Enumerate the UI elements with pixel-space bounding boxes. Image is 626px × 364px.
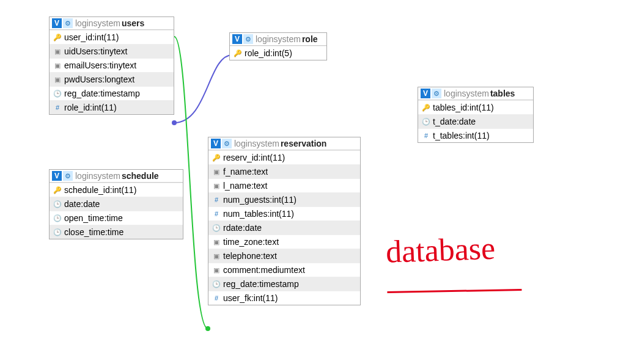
column-name: rdate xyxy=(223,223,243,233)
column-row[interactable]: ▣pwdUsers : longtext xyxy=(50,72,174,86)
gear-icon[interactable]: ⚙ xyxy=(243,34,253,44)
gear-icon[interactable]: ⚙ xyxy=(432,89,441,98)
table-users[interactable]: V⚙loginsystem users🔑user_id : int(11)▣ui… xyxy=(49,16,174,115)
column-name: num_guests xyxy=(223,195,270,205)
column-row[interactable]: #num_guests : int(11) xyxy=(208,192,360,206)
text-icon: ▣ xyxy=(212,238,221,246)
handwritten-annotation: database xyxy=(385,231,521,300)
column-type: tinytext xyxy=(100,46,127,56)
key-icon: 🔑 xyxy=(53,34,62,42)
clock-icon: 🕒 xyxy=(422,118,430,126)
text-icon: ▣ xyxy=(53,76,62,84)
column-name: pwdUsers xyxy=(64,75,102,84)
column-type: time xyxy=(106,213,122,223)
db-name: loginsystem xyxy=(75,18,120,28)
gear-icon[interactable]: ⚙ xyxy=(63,171,73,181)
column-name: user_id xyxy=(64,32,92,42)
column-row[interactable]: ▣l_name : text xyxy=(208,178,360,192)
table-reservation[interactable]: V⚙loginsystem reservation🔑reserv_id : in… xyxy=(208,137,361,305)
table-schedule[interactable]: V⚙loginsystem schedule🔑schedule_id : int… xyxy=(49,169,183,239)
column-row[interactable]: 🕒reg_date : timestamp xyxy=(50,86,174,100)
clock-icon: 🕒 xyxy=(212,224,221,232)
column-name: telephone xyxy=(223,251,261,261)
column-row[interactable]: 🕒close_time : time xyxy=(50,225,183,239)
table-name: role xyxy=(302,34,318,44)
column-row[interactable]: ▣comment : mediumtext xyxy=(208,263,360,277)
v-icon: V xyxy=(232,34,242,44)
column-row[interactable]: ▣uidUsers : tinytext xyxy=(50,44,174,58)
clock-icon: 🕒 xyxy=(53,200,62,208)
table-header[interactable]: V⚙loginsystem reservation xyxy=(208,137,360,150)
column-row[interactable]: 🕒rdate : date xyxy=(208,220,360,235)
annotation-text: database xyxy=(385,231,496,269)
column-row[interactable]: 🕒t_date : date xyxy=(418,114,533,128)
column-type: int(11) xyxy=(260,153,285,162)
column-type: date xyxy=(459,117,476,126)
db-name: loginsystem xyxy=(75,171,120,181)
hash-icon: # xyxy=(212,210,221,217)
key-icon: 🔑 xyxy=(53,186,62,194)
svg-point-1 xyxy=(205,326,210,331)
column-row[interactable]: ▣telephone : text xyxy=(208,249,360,263)
column-name: l_name xyxy=(223,181,251,191)
gear-icon[interactable]: ⚙ xyxy=(63,18,73,28)
table-name: users xyxy=(122,18,144,28)
column-row[interactable]: ▣f_name : text xyxy=(208,164,360,178)
table-header[interactable]: V⚙loginsystem schedule xyxy=(50,170,183,183)
column-row[interactable]: #role_id : int(11) xyxy=(50,100,174,114)
v-icon: V xyxy=(52,18,62,28)
column-name: close_time xyxy=(64,227,105,237)
column-type: date xyxy=(245,223,262,233)
column-name: open_time xyxy=(64,213,104,223)
column-row[interactable]: #t_tables : int(11) xyxy=(418,128,533,142)
annotation-underline xyxy=(387,289,521,293)
column-type: text xyxy=(263,251,277,261)
column-type: text xyxy=(254,167,268,177)
column-row[interactable]: 🔑tables_id : int(11) xyxy=(418,100,533,114)
column-row[interactable]: #user_fk : int(11) xyxy=(208,291,360,305)
column-name: user_fk xyxy=(223,293,251,303)
column-type: int(11) xyxy=(92,103,117,112)
column-row[interactable]: 🔑role_id : int(5) xyxy=(230,46,326,60)
table-header[interactable]: V⚙loginsystem role xyxy=(230,33,326,46)
column-type: time xyxy=(108,227,123,237)
svg-point-0 xyxy=(172,120,177,125)
column-row[interactable]: 🕒date : date xyxy=(50,197,183,211)
column-name: num_tables xyxy=(223,209,267,219)
column-type: int(11) xyxy=(272,195,296,205)
clock-icon: 🕒 xyxy=(53,214,62,222)
column-name: t_tables xyxy=(433,131,463,140)
column-row[interactable]: 🔑user_id : int(11) xyxy=(50,30,174,44)
column-name: uidUsers xyxy=(64,46,98,56)
column-row[interactable]: #num_tables : int(11) xyxy=(208,206,360,220)
hash-icon: # xyxy=(212,294,221,302)
table-header[interactable]: V⚙loginsystem tables xyxy=(418,87,533,100)
column-name: reg_date xyxy=(64,89,98,98)
table-header[interactable]: V⚙loginsystem users xyxy=(50,17,174,30)
column-row[interactable]: 🕒open_time : time xyxy=(50,211,183,225)
column-type: int(11) xyxy=(95,32,119,42)
table-tables[interactable]: V⚙loginsystem tables🔑tables_id : int(11)… xyxy=(418,87,534,143)
db-name: loginsystem xyxy=(444,89,489,98)
v-icon: V xyxy=(211,139,221,148)
column-name: role_id xyxy=(245,48,270,58)
table-role[interactable]: V⚙loginsystem role🔑role_id : int(5) xyxy=(229,32,327,60)
column-type: text xyxy=(254,181,268,191)
column-type: longtext xyxy=(105,75,134,84)
table-name: tables xyxy=(490,89,515,98)
column-row[interactable]: 🔑reserv_id : int(11) xyxy=(208,150,360,164)
column-type: text xyxy=(265,237,279,247)
column-row[interactable]: 🔑schedule_id : int(11) xyxy=(50,183,183,197)
column-type: int(11) xyxy=(270,209,294,219)
gear-icon[interactable]: ⚙ xyxy=(222,139,232,148)
column-row[interactable]: 🕒reg_date : timestamp xyxy=(208,277,360,291)
column-row[interactable]: ▣time_zone : text xyxy=(208,235,360,249)
text-icon: ▣ xyxy=(212,182,221,190)
column-name: t_date xyxy=(433,117,457,126)
column-name: time_zone xyxy=(223,237,263,247)
hash-icon: # xyxy=(212,196,221,203)
column-row[interactable]: ▣emailUsers : tinytext xyxy=(50,58,174,72)
column-name: date xyxy=(64,199,81,209)
column-type: tinytext xyxy=(109,60,136,70)
db-name: loginsystem xyxy=(234,139,279,148)
